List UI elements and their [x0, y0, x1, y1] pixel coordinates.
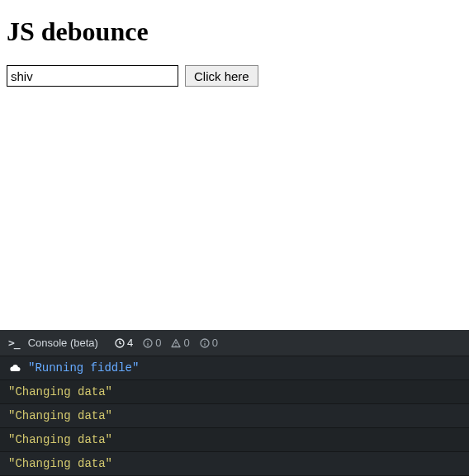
console-panel: >_ Console (beta) 4 0 0 0 "Running fiddl…	[0, 330, 469, 476]
cloud-icon	[8, 364, 21, 372]
console-log-row: "Changing data"	[0, 380, 469, 404]
warning-icon	[171, 338, 181, 348]
console-log-row: "Running fiddle"	[0, 356, 469, 380]
page-title: JS debounce	[7, 16, 462, 47]
console-title: Console (beta)	[28, 337, 98, 349]
console-log-row: "Changing data"	[0, 428, 469, 452]
info-count-value: 0	[155, 337, 161, 349]
warn-count-stat[interactable]: 0	[171, 337, 189, 349]
console-log-text: "Changing data"	[8, 457, 112, 470]
info-count-stat[interactable]: 0	[143, 337, 161, 349]
svg-point-2	[147, 341, 149, 342]
text-input[interactable]	[7, 65, 178, 87]
warn-count-value: 0	[183, 337, 189, 349]
log-count-value: 4	[127, 337, 133, 349]
console-log-text: "Changing data"	[8, 433, 112, 446]
controls-row: Click here	[7, 65, 462, 87]
svg-point-3	[176, 345, 177, 346]
log-count-stat[interactable]: 4	[115, 337, 133, 349]
error-count-stat[interactable]: 0	[200, 337, 218, 349]
console-log-text: "Changing data"	[8, 409, 112, 422]
console-log-row: "Changing data"	[0, 452, 469, 476]
terminal-icon: >_	[8, 337, 20, 349]
console-header: >_ Console (beta) 4 0 0 0	[0, 330, 469, 356]
console-log-row: "Changing data"	[0, 404, 469, 428]
error-icon	[200, 338, 210, 348]
app-content: JS debounce Click here	[0, 0, 469, 330]
info-icon	[143, 338, 153, 348]
console-log-text: "Changing data"	[8, 385, 112, 398]
click-here-button[interactable]: Click here	[185, 65, 258, 87]
console-log-list[interactable]: "Running fiddle""Changing data""Changing…	[0, 356, 469, 476]
clock-icon	[115, 338, 125, 348]
svg-point-5	[204, 341, 206, 342]
console-stats: 4 0 0 0	[115, 337, 218, 349]
error-count-value: 0	[212, 337, 218, 349]
console-log-text: "Running fiddle"	[28, 361, 139, 375]
